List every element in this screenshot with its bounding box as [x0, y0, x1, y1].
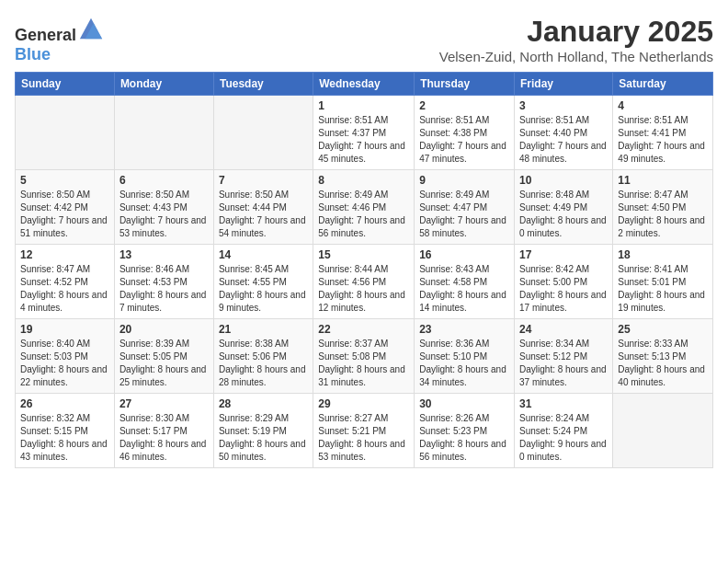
day-number: 20 [119, 323, 209, 336]
weekday-header-saturday: Saturday [613, 73, 713, 96]
day-info: Sunrise: 8:50 AMSunset: 4:42 PMDaylight:… [20, 189, 109, 240]
day-number: 22 [318, 323, 409, 336]
calendar-cell: 17Sunrise: 8:42 AMSunset: 5:00 PMDayligh… [515, 245, 613, 319]
calendar-cell: 2Sunrise: 8:51 AMSunset: 4:38 PMDaylight… [415, 96, 515, 170]
day-info: Sunrise: 8:46 AMSunset: 4:53 PMDaylight:… [119, 263, 209, 315]
day-info: Sunrise: 8:50 AMSunset: 4:43 PMDaylight:… [119, 189, 209, 240]
logo-icon [78, 15, 104, 40]
calendar-cell: 31Sunrise: 8:24 AMSunset: 5:24 PMDayligh… [515, 394, 613, 468]
calendar-cell: 14Sunrise: 8:45 AMSunset: 4:55 PMDayligh… [213, 245, 313, 319]
day-info: Sunrise: 8:49 AMSunset: 4:47 PMDaylight:… [419, 189, 509, 240]
day-info: Sunrise: 8:42 AMSunset: 5:00 PMDaylight:… [519, 263, 608, 315]
day-number: 15 [318, 248, 409, 261]
day-number: 26 [20, 397, 109, 410]
day-number: 6 [119, 174, 209, 187]
logo-text: General Blue [15, 15, 104, 64]
day-number: 16 [419, 248, 509, 261]
calendar-cell: 28Sunrise: 8:29 AMSunset: 5:19 PMDayligh… [213, 394, 313, 468]
location-title: Velsen-Zuid, North Holland, The Netherla… [439, 49, 713, 64]
day-number: 18 [618, 248, 708, 261]
weekday-header-monday: Monday [114, 73, 213, 96]
day-info: Sunrise: 8:49 AMSunset: 4:46 PMDaylight:… [318, 189, 409, 240]
calendar-week-1: 1Sunrise: 8:51 AMSunset: 4:37 PMDaylight… [16, 96, 713, 170]
day-info: Sunrise: 8:51 AMSunset: 4:41 PMDaylight:… [618, 114, 708, 166]
day-info: Sunrise: 8:32 AMSunset: 5:15 PMDaylight:… [20, 412, 109, 464]
calendar-cell: 8Sunrise: 8:49 AMSunset: 4:46 PMDaylight… [313, 170, 415, 245]
day-number: 28 [219, 397, 308, 410]
day-info: Sunrise: 8:29 AMSunset: 5:19 PMDaylight:… [219, 412, 308, 464]
day-number: 9 [419, 174, 509, 187]
weekday-header-sunday: Sunday [16, 73, 115, 96]
calendar-cell: 15Sunrise: 8:44 AMSunset: 4:56 PMDayligh… [313, 245, 415, 319]
calendar-cell: 23Sunrise: 8:36 AMSunset: 5:10 PMDayligh… [415, 319, 515, 394]
calendar-cell: 18Sunrise: 8:41 AMSunset: 5:01 PMDayligh… [613, 245, 713, 319]
day-info: Sunrise: 8:34 AMSunset: 5:12 PMDaylight:… [519, 338, 608, 389]
calendar-cell: 21Sunrise: 8:38 AMSunset: 5:06 PMDayligh… [213, 319, 313, 394]
day-number: 31 [519, 397, 608, 410]
calendar-cell: 1Sunrise: 8:51 AMSunset: 4:37 PMDaylight… [313, 96, 415, 170]
day-number: 24 [519, 323, 608, 336]
calendar-cell: 26Sunrise: 8:32 AMSunset: 5:15 PMDayligh… [16, 394, 115, 468]
day-info: Sunrise: 8:47 AMSunset: 4:50 PMDaylight:… [618, 189, 708, 240]
day-number: 5 [20, 174, 109, 187]
calendar-cell: 13Sunrise: 8:46 AMSunset: 4:53 PMDayligh… [114, 245, 213, 319]
calendar-week-4: 19Sunrise: 8:40 AMSunset: 5:03 PMDayligh… [16, 319, 713, 394]
calendar-cell [213, 96, 313, 170]
calendar-week-3: 12Sunrise: 8:47 AMSunset: 4:52 PMDayligh… [16, 245, 713, 319]
day-info: Sunrise: 8:37 AMSunset: 5:08 PMDaylight:… [318, 338, 409, 389]
day-number: 21 [219, 323, 308, 336]
calendar-cell [114, 96, 213, 170]
calendar-cell: 29Sunrise: 8:27 AMSunset: 5:21 PMDayligh… [313, 394, 415, 468]
calendar-cell: 25Sunrise: 8:33 AMSunset: 5:13 PMDayligh… [613, 319, 713, 394]
day-info: Sunrise: 8:48 AMSunset: 4:49 PMDaylight:… [519, 189, 608, 240]
day-number: 3 [519, 99, 608, 112]
day-number: 13 [119, 248, 209, 261]
day-number: 12 [20, 248, 109, 261]
day-number: 2 [419, 99, 509, 112]
logo: General Blue [15, 15, 104, 64]
calendar-cell: 16Sunrise: 8:43 AMSunset: 4:58 PMDayligh… [415, 245, 515, 319]
day-info: Sunrise: 8:30 AMSunset: 5:17 PMDaylight:… [119, 412, 209, 464]
calendar-cell: 5Sunrise: 8:50 AMSunset: 4:42 PMDaylight… [16, 170, 115, 245]
day-info: Sunrise: 8:44 AMSunset: 4:56 PMDaylight:… [318, 263, 409, 315]
day-info: Sunrise: 8:45 AMSunset: 4:55 PMDaylight:… [219, 263, 308, 315]
weekday-header-wednesday: Wednesday [313, 73, 415, 96]
day-number: 23 [419, 323, 509, 336]
calendar-cell: 20Sunrise: 8:39 AMSunset: 5:05 PMDayligh… [114, 319, 213, 394]
logo-blue: Blue [15, 45, 51, 63]
day-number: 19 [20, 323, 109, 336]
calendar-cell [613, 394, 713, 468]
day-number: 8 [318, 174, 409, 187]
day-number: 1 [318, 99, 409, 112]
day-info: Sunrise: 8:39 AMSunset: 5:05 PMDaylight:… [119, 338, 209, 389]
weekday-header-thursday: Thursday [415, 73, 515, 96]
logo-general: General [15, 26, 76, 44]
day-info: Sunrise: 8:40 AMSunset: 5:03 PMDaylight:… [20, 338, 109, 389]
day-info: Sunrise: 8:26 AMSunset: 5:23 PMDaylight:… [419, 412, 509, 464]
day-number: 29 [318, 397, 409, 410]
calendar-week-2: 5Sunrise: 8:50 AMSunset: 4:42 PMDaylight… [16, 170, 713, 245]
calendar-cell [16, 96, 115, 170]
day-number: 10 [519, 174, 608, 187]
calendar-cell: 9Sunrise: 8:49 AMSunset: 4:47 PMDaylight… [415, 170, 515, 245]
calendar-cell: 7Sunrise: 8:50 AMSunset: 4:44 PMDaylight… [213, 170, 313, 245]
day-number: 7 [219, 174, 308, 187]
day-info: Sunrise: 8:33 AMSunset: 5:13 PMDaylight:… [618, 338, 708, 389]
day-info: Sunrise: 8:51 AMSunset: 4:40 PMDaylight:… [519, 114, 608, 166]
calendar-cell: 24Sunrise: 8:34 AMSunset: 5:12 PMDayligh… [515, 319, 613, 394]
calendar-cell: 6Sunrise: 8:50 AMSunset: 4:43 PMDaylight… [114, 170, 213, 245]
day-info: Sunrise: 8:51 AMSunset: 4:37 PMDaylight:… [318, 114, 409, 166]
day-info: Sunrise: 8:51 AMSunset: 4:38 PMDaylight:… [419, 114, 509, 166]
calendar-cell: 11Sunrise: 8:47 AMSunset: 4:50 PMDayligh… [613, 170, 713, 245]
day-number: 11 [618, 174, 708, 187]
calendar-cell: 3Sunrise: 8:51 AMSunset: 4:40 PMDaylight… [515, 96, 613, 170]
calendar-cell: 30Sunrise: 8:26 AMSunset: 5:23 PMDayligh… [415, 394, 515, 468]
calendar-cell: 27Sunrise: 8:30 AMSunset: 5:17 PMDayligh… [114, 394, 213, 468]
weekday-header-row: SundayMondayTuesdayWednesdayThursdayFrid… [16, 73, 713, 96]
day-info: Sunrise: 8:43 AMSunset: 4:58 PMDaylight:… [419, 263, 509, 315]
day-number: 30 [419, 397, 509, 410]
day-number: 14 [219, 248, 308, 261]
day-info: Sunrise: 8:27 AMSunset: 5:21 PMDaylight:… [318, 412, 409, 464]
day-number: 25 [618, 323, 708, 336]
calendar-table: SundayMondayTuesdayWednesdayThursdayFrid… [15, 72, 713, 468]
